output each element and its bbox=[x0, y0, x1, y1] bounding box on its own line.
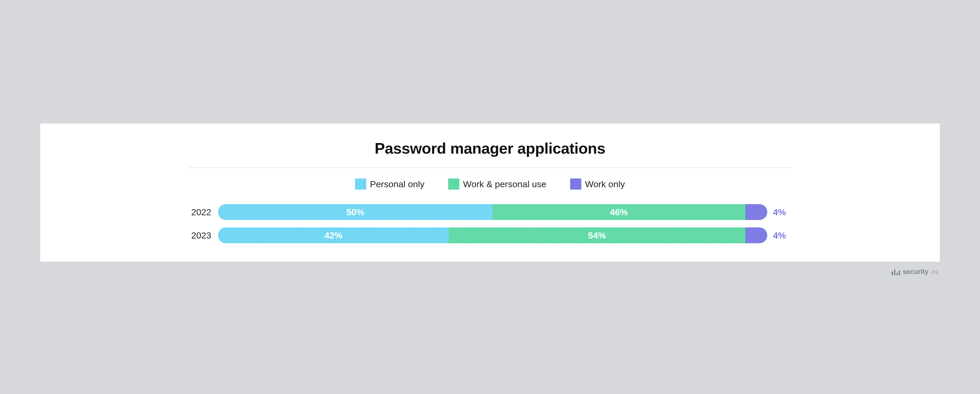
chart-title: Password manager applications bbox=[72, 139, 908, 157]
bar-row-2022: 2022 50% 46% 4% bbox=[189, 204, 791, 220]
divider bbox=[189, 168, 791, 168]
bar-external-label: 4% bbox=[767, 230, 791, 241]
bar-external-label: 4% bbox=[767, 207, 791, 218]
attribution: security .org bbox=[40, 268, 940, 276]
legend-swatch bbox=[448, 178, 459, 190]
bar-category-label: 2022 bbox=[189, 207, 218, 218]
chart-inner: Personal only Work & personal use Work o… bbox=[189, 168, 791, 243]
bar-segment-personal-only: 50% bbox=[218, 204, 493, 220]
bar-segment-work-and-personal: 54% bbox=[449, 227, 745, 243]
legend-swatch bbox=[570, 178, 581, 190]
legend-item-work-only: Work only bbox=[570, 178, 625, 190]
attribution-suffix: .org bbox=[930, 269, 938, 275]
chart-card: Password manager applications Personal o… bbox=[40, 124, 940, 262]
legend: Personal only Work & personal use Work o… bbox=[189, 178, 791, 190]
bar-row-2023: 2023 42% 54% 4% bbox=[189, 227, 791, 243]
legend-item-personal-only: Personal only bbox=[355, 178, 425, 190]
bar-segment-work-and-personal: 46% bbox=[493, 204, 745, 220]
legend-label: Personal only bbox=[370, 179, 425, 189]
bar-category-label: 2023 bbox=[189, 230, 218, 241]
brand-bars-icon bbox=[892, 268, 900, 275]
legend-label: Work & personal use bbox=[463, 179, 546, 189]
bar-group: 2022 50% 46% 4% 2023 42% 54% 4% bbox=[189, 204, 791, 243]
legend-label: Work only bbox=[585, 179, 625, 189]
bar-segment-work-only bbox=[745, 227, 767, 243]
attribution-brand: security bbox=[903, 268, 928, 276]
bar-track: 50% 46% bbox=[218, 204, 767, 220]
legend-item-work-and-personal: Work & personal use bbox=[448, 178, 546, 190]
bar-track: 42% 54% bbox=[218, 227, 767, 243]
bar-segment-personal-only: 42% bbox=[218, 227, 449, 243]
legend-swatch bbox=[355, 178, 366, 190]
bar-segment-work-only bbox=[745, 204, 767, 220]
